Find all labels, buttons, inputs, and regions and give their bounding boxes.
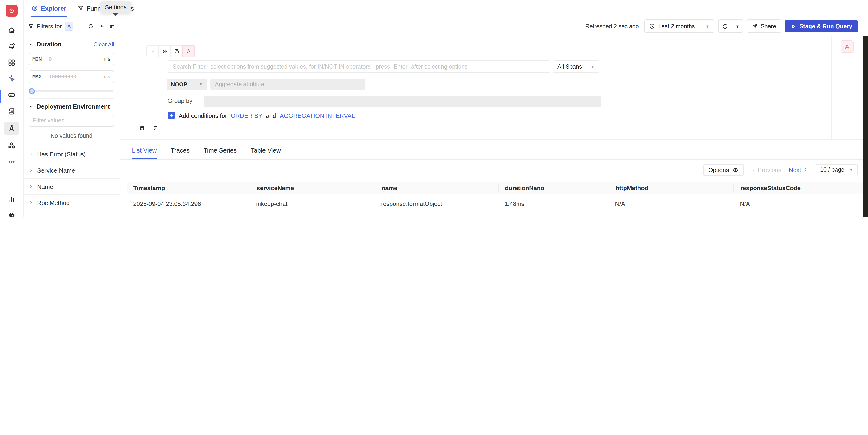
tab-explorer-label: Explorer: [41, 5, 66, 12]
nav-infrastructure[interactable]: [4, 89, 20, 101]
table-row[interactable]: 2025-09-04 23:05:34.296inkeep-chatrespon…: [127, 194, 864, 214]
previous-page-button[interactable]: Previous: [751, 166, 781, 173]
filters-query-chip[interactable]: A: [64, 22, 73, 31]
play-icon: [790, 24, 796, 29]
sigma-icon: Σ: [153, 125, 157, 131]
chevron-down-icon[interactable]: [29, 104, 33, 109]
query-visibility-button[interactable]: [158, 45, 171, 57]
view-tab-traces[interactable]: Traces: [171, 147, 190, 159]
deployment-env-title[interactable]: Deployment Environment: [37, 103, 110, 110]
query-collapse-button[interactable]: [146, 45, 159, 57]
sync-filters-icon[interactable]: [88, 23, 94, 29]
filter-sections: Has Error (Status)Service NameNameRpc Me…: [23, 146, 120, 218]
table-header: TimestampserviceNamenamedurationNanohttp…: [127, 182, 864, 194]
query-chip-a-right[interactable]: A: [841, 40, 854, 53]
view-tab-list-view[interactable]: List View: [132, 147, 157, 159]
filters-panel: Filters for A Duration Clear All: [23, 17, 120, 218]
share-button[interactable]: Share: [747, 20, 781, 33]
next-label: Next: [788, 166, 801, 173]
group-by-input[interactable]: [204, 96, 601, 107]
filter-section-label: Has Error (Status): [37, 150, 86, 158]
aggregation-interval-link[interactable]: AGGREGATION INTERVAL: [280, 112, 355, 119]
filter-section-label: Response Status Code: [37, 215, 99, 218]
duration-min-input[interactable]: [45, 53, 101, 65]
max-label: MAX: [29, 71, 45, 82]
duration-slider-handle[interactable]: [29, 88, 35, 94]
column-header-timestamp[interactable]: Timestamp: [127, 184, 250, 192]
filter-settings-icon[interactable]: [109, 23, 115, 29]
nav-more-ellipsis[interactable]: [4, 156, 20, 168]
nav-home[interactable]: [4, 24, 20, 36]
spans-table: TimestampserviceNamenamedurationNanohttp…: [127, 182, 864, 218]
tab-explorer[interactable]: Explorer: [32, 0, 66, 17]
query-copy-button[interactable]: [170, 45, 183, 57]
query-db-button[interactable]: [135, 122, 149, 134]
column-header-durationnano[interactable]: durationNano: [498, 184, 609, 192]
max-unit: ms: [101, 71, 114, 82]
column-header-servicename[interactable]: serviceName: [250, 184, 375, 192]
refresh-button[interactable]: [718, 20, 732, 32]
view-tab-table-view[interactable]: Table View: [251, 147, 281, 159]
filter-section-name[interactable]: Name: [23, 178, 120, 195]
deployment-filter-input[interactable]: [29, 114, 114, 127]
share-label: Share: [761, 23, 776, 29]
options-label: Options: [708, 166, 729, 173]
filter-section-response-status-code[interactable]: Response Status Code: [23, 211, 120, 218]
refresh-caret-button[interactable]: ▼: [732, 20, 742, 32]
collapse-panel-icon[interactable]: [98, 23, 104, 29]
nav-dashboards[interactable]: [4, 57, 20, 69]
chevron-down-icon: ▼: [706, 24, 710, 29]
options-row: Options Previous Next 10 / page ▼: [120, 161, 868, 178]
nav-alerts[interactable]: [4, 40, 20, 53]
duration-slider[interactable]: [30, 91, 113, 92]
cell-responsestatuscode: N/A: [734, 200, 859, 207]
page-size-select[interactable]: 10 / page ▼: [815, 164, 858, 175]
nav-services[interactable]: [4, 140, 20, 152]
right-screen-edge: [863, 36, 868, 218]
search-filter-input[interactable]: [167, 60, 550, 73]
nav-logs[interactable]: [4, 105, 20, 117]
duration-min-group: MIN ms: [29, 53, 114, 65]
filter-section-service-name[interactable]: Service Name: [23, 162, 120, 178]
filter-section-rpc-method[interactable]: Rpc Method: [23, 195, 120, 211]
span-scope-select[interactable]: All Spans ▼: [553, 60, 599, 73]
stage-run-query-button[interactable]: Stage & Run Query: [785, 20, 858, 32]
send-icon: [752, 23, 758, 29]
duration-max-group: MAX ms: [29, 70, 114, 83]
no-values-text: No values found: [29, 133, 114, 139]
table-row[interactable]: 2025-09-04 23:05:29.535inkeep-chattls.co…: [127, 214, 864, 218]
clear-all-link[interactable]: Clear All: [94, 41, 114, 47]
page-size-value: 10 / page: [820, 166, 844, 173]
duration-section-title[interactable]: Duration: [37, 41, 62, 48]
column-header-name[interactable]: name: [375, 184, 498, 192]
options-button[interactable]: Options: [703, 164, 744, 175]
nav-quick-actions[interactable]: [4, 73, 20, 85]
refreshed-status: Refreshed 2 sec ago: [585, 23, 639, 29]
column-header-responsestatuscode[interactable]: responseStatusCode: [734, 184, 859, 192]
plus-icon[interactable]: [167, 112, 175, 119]
filters-title: Filters for: [37, 23, 62, 30]
query-chip-a[interactable]: A: [182, 45, 195, 57]
app-logo-icon[interactable]: [6, 5, 18, 17]
view-tab-time-series[interactable]: Time Series: [204, 147, 237, 159]
nav-metrics[interactable]: [4, 193, 20, 205]
next-page-button[interactable]: Next: [788, 166, 808, 173]
aggregate-operator-select[interactable]: NOOP ▼: [167, 79, 207, 90]
chevron-down-icon[interactable]: [29, 42, 33, 46]
run-label: Stage & Run Query: [799, 23, 852, 29]
nav-traces[interactable]: [4, 122, 20, 135]
cell-servicename: inkeep-chat: [250, 200, 375, 207]
chevron-down-icon: ▼: [199, 82, 203, 87]
duration-max-input[interactable]: [45, 71, 101, 82]
and-text: and: [266, 112, 276, 119]
add-conditions-text: Add conditions for: [179, 112, 227, 119]
nav-exceptions[interactable]: [4, 209, 20, 218]
clock-icon: [649, 23, 655, 29]
active-nav-indicator: [0, 90, 1, 103]
query-sigma-button[interactable]: Σ: [149, 122, 162, 134]
filter-section-has-error-status[interactable]: Has Error (Status): [23, 146, 120, 162]
aggregate-attribute-input[interactable]: [210, 79, 365, 90]
order-by-link[interactable]: ORDER BY: [231, 112, 262, 119]
time-range-select[interactable]: Last 2 months ▼: [645, 20, 714, 33]
column-header-httpmethod[interactable]: httpMethod: [609, 184, 734, 192]
